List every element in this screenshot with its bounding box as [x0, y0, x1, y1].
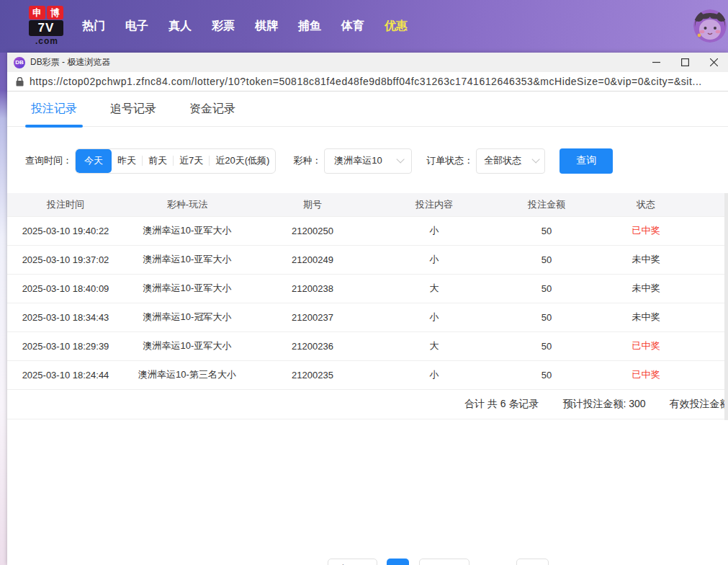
summary-total: 合计 共 6 条记录: [464, 398, 539, 411]
browser-window: DB DB彩票 - 极速浏览器 https://ctop02pchwp1.zfn…: [7, 53, 728, 565]
nav-menu: 热门电子真人彩票棋牌捕鱼体育优惠: [72, 0, 418, 53]
tab[interactable]: 资金记录: [184, 92, 241, 126]
table-row: 2025-03-10 19:37:02澳洲幸运10-亚军大小21200249小5…: [7, 245, 724, 274]
cell-content: 大: [374, 332, 494, 360]
cell-game: 澳洲幸运10-亚军大小: [124, 274, 251, 303]
lock-icon: [16, 77, 24, 86]
cell-time: 2025-03-10 18:29:39: [7, 332, 124, 360]
bet-records-table: 投注时间彩种-玩法期号投注内容投注金额状态 2025-03-10 19:40:2…: [7, 193, 724, 390]
nav-item[interactable]: 彩票: [202, 19, 245, 34]
address-bar[interactable]: https://ctop02pchwp1.zfnc84.com/lottery/…: [7, 72, 728, 92]
cell-content: 大: [374, 274, 494, 303]
time-option[interactable]: 近20天(低频): [210, 149, 275, 173]
cell-amount: 50: [494, 303, 599, 332]
table-summary-row: 合计 共 6 条记录 预计投注金额: 300 有效投注金额: [7, 390, 724, 419]
nav-item[interactable]: 电子: [115, 19, 158, 34]
cell-content: 小: [374, 216, 494, 245]
logo-badge-right: 博: [47, 6, 63, 19]
time-option[interactable]: 前天: [143, 149, 173, 173]
cell-status: 已中奖: [599, 216, 693, 245]
time-option[interactable]: 近7天: [174, 149, 209, 173]
cell-filler: [693, 360, 724, 389]
nav-item[interactable]: 棋牌: [245, 19, 288, 34]
cell-status: 已中奖: [599, 360, 693, 389]
table-header-cell: 投注时间: [7, 193, 124, 216]
cell-status: 未中奖: [599, 274, 693, 303]
time-option[interactable]: 今天: [76, 149, 112, 173]
nav-item[interactable]: 真人: [158, 19, 202, 34]
close-button[interactable]: [699, 53, 728, 72]
tab[interactable]: 追号记录: [104, 92, 162, 126]
status-filter-label: 订单状态：: [426, 154, 473, 167]
cell-filler: [693, 245, 724, 274]
cell-game: 澳洲幸运10-亚军大小: [124, 216, 251, 245]
cell-content: 小: [374, 245, 494, 274]
table-row: 2025-03-10 18:29:39澳洲幸运10-亚军大小21200236大5…: [7, 332, 724, 360]
table-row: 2025-03-10 18:40:09澳洲幸运10-亚军大小21200238大5…: [7, 274, 724, 303]
cell-issue: 21200238: [251, 274, 374, 303]
pagination-next-button[interactable]: 下一页: [419, 559, 469, 565]
summary-expected: 预计投注金额: 300: [562, 398, 645, 411]
table-header-row: 投注时间彩种-玩法期号投注内容投注金额状态: [7, 193, 724, 216]
filter-bar: 查询时间： 今天昨天前天近7天近20天(低频) 彩种： 澳洲幸运10 订单状态：…: [7, 148, 728, 174]
cell-game: 澳洲幸运10-冠军大小: [124, 303, 251, 332]
tab[interactable]: 投注记录: [25, 92, 83, 126]
pagination-current-page[interactable]: 1: [387, 559, 409, 565]
cell-issue: 21200249: [251, 245, 374, 274]
cell-time: 2025-03-10 19:37:02: [7, 245, 124, 274]
page-content: 投注记录追号记录资金记录 查询时间： 今天昨天前天近7天近20天(低频) 彩种：…: [7, 92, 728, 565]
record-tabs: 投注记录追号记录资金记录: [7, 92, 728, 127]
pagination-jump-input[interactable]: [516, 559, 549, 565]
pagination-prev-button[interactable]: 上一页: [328, 559, 377, 565]
cell-time: 2025-03-10 18:34:43: [7, 303, 124, 332]
cell-game: 澳洲幸运10-亚军大小: [124, 332, 251, 360]
window-title: DB彩票 - 极速浏览器: [30, 56, 110, 68]
cell-filler: [693, 303, 724, 332]
lottery-select[interactable]: 澳洲幸运10: [324, 148, 412, 174]
table-body: 2025-03-10 19:40:22澳洲幸运10-亚军大小21200250小5…: [7, 216, 724, 389]
table-header-cell-filler: [693, 193, 724, 216]
table-header-cell: 投注金额: [494, 193, 599, 216]
logo-7v: 7V: [29, 20, 63, 36]
cell-game: 澳洲幸运10-第三名大小: [124, 360, 251, 389]
favicon-db-icon: DB: [14, 57, 25, 68]
cell-amount: 50: [494, 216, 599, 245]
maximize-button[interactable]: [670, 53, 699, 72]
time-option[interactable]: 昨天: [112, 149, 142, 173]
table-scroll-strip[interactable]: [724, 193, 728, 420]
search-button[interactable]: 查询: [560, 148, 613, 174]
table-row: 2025-03-10 18:24:44澳洲幸运10-第三名大小21200235小…: [7, 360, 724, 389]
cell-amount: 50: [494, 360, 599, 389]
url-text: https://ctop02pchwp1.zfnc84.com/lottery/…: [30, 76, 702, 87]
time-filter-label: 查询时间：: [25, 154, 72, 167]
logo-com: .com: [29, 36, 65, 46]
cell-status: 未中奖: [599, 303, 693, 332]
table-header-cell: 期号: [251, 193, 374, 216]
lottery-select-value: 澳洲幸运10: [334, 154, 382, 167]
minimize-button[interactable]: [642, 53, 670, 72]
status-select[interactable]: 全部状态: [476, 148, 545, 174]
cell-time: 2025-03-10 19:40:22: [7, 216, 124, 245]
chevron-down-icon: [532, 155, 540, 163]
table-row: 2025-03-10 18:34:43澳洲幸运10-冠军大小21200237小5…: [7, 303, 724, 332]
cell-content: 小: [374, 360, 494, 389]
cell-time: 2025-03-10 18:40:09: [7, 274, 124, 303]
cell-filler: [693, 216, 724, 245]
user-avatar[interactable]: [693, 9, 727, 43]
status-select-value: 全部状态: [484, 154, 521, 167]
nav-item[interactable]: 体育: [331, 19, 374, 34]
cell-content: 小: [374, 303, 494, 332]
nav-item[interactable]: 捕鱼: [288, 19, 331, 34]
top-navbar: 申 博 7V .com 热门电子真人彩票棋牌捕鱼体育优惠: [0, 0, 728, 53]
site-logo[interactable]: 申 博 7V .com: [29, 6, 65, 48]
nav-item[interactable]: 热门: [72, 19, 115, 34]
cell-issue: 21200235: [251, 360, 374, 389]
nav-item[interactable]: 优惠: [374, 19, 418, 34]
cell-status: 未中奖: [599, 245, 693, 274]
time-filter-group: 今天昨天前天近7天近20天(低频): [75, 148, 276, 174]
logo-badge-left: 申: [29, 6, 45, 19]
cell-amount: 50: [494, 274, 599, 303]
cell-amount: 50: [494, 332, 599, 360]
pagination: 上一页 1 下一页: [7, 559, 728, 565]
cell-time: 2025-03-10 18:24:44: [7, 360, 124, 389]
